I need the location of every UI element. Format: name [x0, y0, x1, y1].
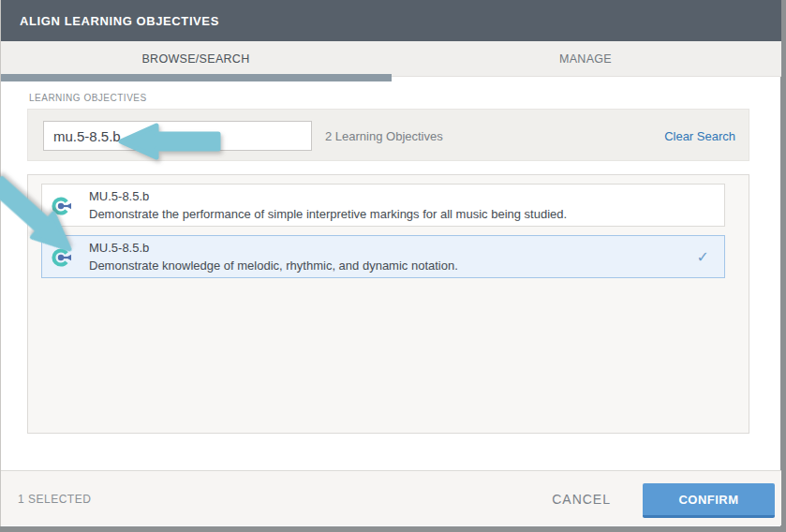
- cancel-button[interactable]: CANCEL: [552, 471, 611, 526]
- objective-icon: [51, 246, 73, 269]
- tab-browse-search[interactable]: BROWSE/SEARCH: [1, 41, 391, 76]
- tab-bar: BROWSE/SEARCH MANAGE: [1, 41, 781, 77]
- align-learning-objectives-dialog: ALIGN LEARNING OBJECTIVES BROWSE/SEARCH …: [0, 0, 780, 526]
- dialog-footer: 1 SELECTED CANCEL CONFIRM: [1, 470, 781, 525]
- tab-manage-label: MANAGE: [559, 52, 612, 66]
- objective-description: Demonstrate knowledge of melodic, rhythm…: [89, 257, 687, 274]
- objective-row-1[interactable]: MU.5-8.5.b Demonstrate the performance o…: [41, 184, 725, 227]
- objective-row-2-selected[interactable]: MU.5-8.5.b Demonstrate knowledge of melo…: [41, 235, 725, 278]
- objective-icon: [51, 195, 73, 217]
- clear-search-link[interactable]: Clear Search: [664, 110, 735, 162]
- objective-code: MU.5-8.5.b: [89, 187, 687, 205]
- objective-description: Demonstrate the performance of simple in…: [89, 205, 687, 223]
- confirm-button[interactable]: CONFIRM: [643, 483, 775, 518]
- dialog-header: ALIGN LEARNING OBJECTIVES: [1, 0, 781, 41]
- section-label: LEARNING OBJECTIVES: [29, 93, 147, 103]
- active-tab-indicator: [1, 74, 392, 81]
- objectives-list: MU.5-8.5.b Demonstrate the performance o…: [27, 174, 749, 434]
- search-panel: 2 Learning Objectives Clear Search: [27, 109, 749, 161]
- selected-count: 1 SELECTED: [18, 471, 91, 526]
- tab-manage[interactable]: MANAGE: [391, 41, 780, 76]
- check-icon: ✓: [697, 248, 709, 266]
- objective-code: MU.5-8.5.b: [89, 239, 687, 257]
- dialog-title: ALIGN LEARNING OBJECTIVES: [20, 14, 219, 28]
- results-count: 2 Learning Objectives: [325, 110, 443, 162]
- tab-browse-search-label: BROWSE/SEARCH: [141, 52, 249, 66]
- search-input[interactable]: [43, 121, 312, 151]
